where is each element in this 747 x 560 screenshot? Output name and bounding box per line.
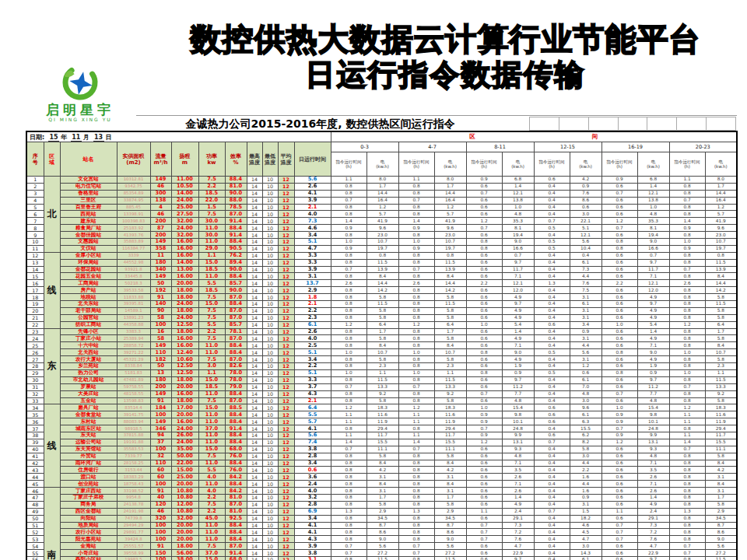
cell-power-kwh[interactable]: 4.8 <box>637 453 669 460</box>
cell-temp-avg[interactable]: 12 <box>278 280 294 287</box>
cell-power-kwh[interactable]: 14.2 <box>705 287 737 294</box>
cell-power[interactable]: 11.0 <box>198 411 225 418</box>
cell-daily-runtime[interactable]: 4.1 <box>294 529 331 536</box>
cell-cmd-time[interactable]: 0.4 <box>534 328 570 335</box>
cell-cmd-time[interactable]: 0.8 <box>331 515 366 522</box>
cell-power-kwh[interactable]: 1.0 <box>637 204 669 211</box>
cell-cmd-time[interactable]: 0.8 <box>669 425 705 432</box>
cell-cmd-time[interactable]: 0.7 <box>669 197 705 204</box>
cell-temp-avg[interactable]: 12 <box>278 432 294 439</box>
cell-power-kwh[interactable]: 11.5 <box>366 301 398 308</box>
cell-head[interactable]: 10.80 <box>171 488 198 495</box>
cell-station-name[interactable]: 住房银行 <box>60 467 117 474</box>
cell-power-kwh[interactable]: 11.2 <box>637 383 669 390</box>
cell-power-kwh[interactable]: 0.4 <box>570 252 601 259</box>
cell-efficiency[interactable]: 81.0 <box>225 508 247 515</box>
cell-efficiency[interactable]: 88.4 <box>225 481 247 488</box>
cell-power-kwh[interactable]: 11.5 <box>366 556 398 560</box>
cell-power-kwh[interactable]: 3.0 <box>570 397 601 404</box>
cell-power-kwh[interactable]: 3.1 <box>366 474 398 481</box>
cell-cmd-time[interactable]: 0.8 <box>331 494 366 501</box>
cell-head[interactable]: 24.00 <box>171 301 198 308</box>
cell-power-kwh[interactable]: 9.7 <box>637 376 669 383</box>
cell-cmd-time[interactable]: 1.3 <box>398 508 434 515</box>
cell-cmd-time[interactable]: 0.8 <box>669 390 705 397</box>
cell-power-kwh[interactable]: 10.7 <box>434 349 466 356</box>
cell-area[interactable]: 35883.89 <box>117 239 150 246</box>
cell-station-name[interactable]: 文仪站 <box>60 245 117 252</box>
cell-power-kwh[interactable]: 5.8 <box>705 501 737 508</box>
cell-cmd-time[interactable]: 0.8 <box>398 335 434 342</box>
cell-temp-min[interactable]: 10 <box>262 211 278 218</box>
cell-flow[interactable]: 149 <box>150 342 171 349</box>
cell-efficiency[interactable]: 88.4 <box>225 460 247 467</box>
cell-station-name[interactable]: 农行大厦站 <box>60 356 117 363</box>
cell-cmd-time[interactable]: 0.4 <box>534 183 570 190</box>
cell-station-name[interactable]: 地税站 <box>60 294 117 301</box>
cell-station-name[interactable]: 乡兰苑站 <box>60 363 117 370</box>
cell-efficiency[interactable]: 91.4 <box>225 425 247 432</box>
cell-seq[interactable]: 36 <box>26 418 44 425</box>
cell-temp-avg[interactable]: 12 <box>278 225 294 232</box>
cell-power-kwh[interactable]: 4.9 <box>637 314 669 321</box>
cell-temp-max[interactable]: 14 <box>247 356 262 363</box>
cell-temp-avg[interactable]: 12 <box>278 266 294 273</box>
cell-seq[interactable]: 42 <box>26 460 44 467</box>
cell-temp-min[interactable]: 10 <box>262 446 278 453</box>
cell-cmd-time[interactable]: 0.8 <box>331 474 366 481</box>
cell-temp-avg[interactable]: 12 <box>278 335 294 342</box>
cell-power[interactable]: 7.5 <box>198 356 225 363</box>
cell-power-kwh[interactable]: 5.8 <box>705 397 737 404</box>
cell-power-kwh[interactable]: 4.7 <box>637 543 669 550</box>
cell-power-kwh[interactable]: 23.0 <box>434 232 466 239</box>
cell-seq[interactable]: 55 <box>26 550 44 557</box>
cell-power[interactable]: 5.5 <box>198 321 225 328</box>
cell-seq[interactable]: 23 <box>26 328 44 335</box>
cell-efficiency[interactable]: 88.4 <box>225 390 247 397</box>
cell-power-kwh[interactable]: 0.9 <box>637 369 669 376</box>
cell-power[interactable]: 11.0 <box>198 481 225 488</box>
cell-temp-min[interactable]: 10 <box>262 515 278 522</box>
cell-temp-min[interactable]: 10 <box>262 245 278 252</box>
cell-power[interactable]: 15.0 <box>198 259 225 266</box>
cell-flow[interactable]: 149 <box>150 390 171 397</box>
cell-cmd-time[interactable]: 0.8 <box>331 307 366 314</box>
cell-flow[interactable]: 150 <box>150 550 171 557</box>
cell-power-kwh[interactable]: 29.4 <box>705 425 737 432</box>
cell-area[interactable]: 98918.5 <box>117 425 150 432</box>
cell-daily-runtime[interactable]: 3.1 <box>294 273 331 280</box>
cell-cmd-time[interactable]: 0.8 <box>398 460 434 467</box>
cell-station-name[interactable]: 金都花园站 <box>60 266 117 273</box>
cell-power-kwh[interactable]: 8.6 <box>570 197 601 204</box>
cell-cmd-time[interactable]: 0.7 <box>331 266 366 273</box>
cell-power-kwh[interactable]: 11.1 <box>366 446 398 453</box>
cell-flow[interactable]: 58 <box>150 314 171 321</box>
cell-power-kwh[interactable]: 5.8 <box>434 501 466 508</box>
cell-cmd-time[interactable]: 1.1 <box>398 418 434 425</box>
cell-power-kwh[interactable]: 11.5 <box>705 376 737 383</box>
cell-power-kwh[interactable]: 9.0 <box>705 536 737 543</box>
cell-head[interactable]: 26.00 <box>171 432 198 439</box>
cell-cmd-time[interactable]: 0.4 <box>534 481 570 488</box>
cell-cmd-time[interactable]: 0.8 <box>331 335 366 342</box>
cell-power[interactable]: 7.5 <box>198 177 225 184</box>
cell-cmd-time[interactable]: 0.9 <box>398 245 434 252</box>
cell-cmd-time[interactable]: 0.6 <box>534 321 570 328</box>
cell-seq[interactable]: 9 <box>26 232 44 239</box>
cell-cmd-time[interactable]: 0.8 <box>331 328 366 335</box>
cell-cmd-time[interactable]: 0.8 <box>669 529 705 536</box>
cell-power-kwh[interactable]: 3.1 <box>434 488 466 495</box>
cell-temp-max[interactable]: 14 <box>247 232 262 239</box>
cell-temp-max[interactable]: 14 <box>247 418 262 425</box>
cell-cmd-time[interactable]: 0.8 <box>331 287 366 294</box>
cell-cmd-time[interactable]: 0.9 <box>466 432 502 439</box>
cell-cmd-time[interactable]: 0.6 <box>601 252 637 259</box>
cell-cmd-time[interactable]: 0.8 <box>398 259 434 266</box>
cell-power-kwh[interactable]: 14.2 <box>366 287 398 294</box>
cell-efficiency[interactable]: 76.2 <box>225 252 247 259</box>
cell-cmd-time[interactable]: 0.8 <box>398 190 434 197</box>
cell-area[interactable]: 41393.76 <box>117 232 150 239</box>
cell-flow[interactable]: 180 <box>150 259 171 266</box>
cell-power-kwh[interactable]: 1.7 <box>434 494 466 501</box>
cell-cmd-time[interactable]: 0.8 <box>669 467 705 474</box>
